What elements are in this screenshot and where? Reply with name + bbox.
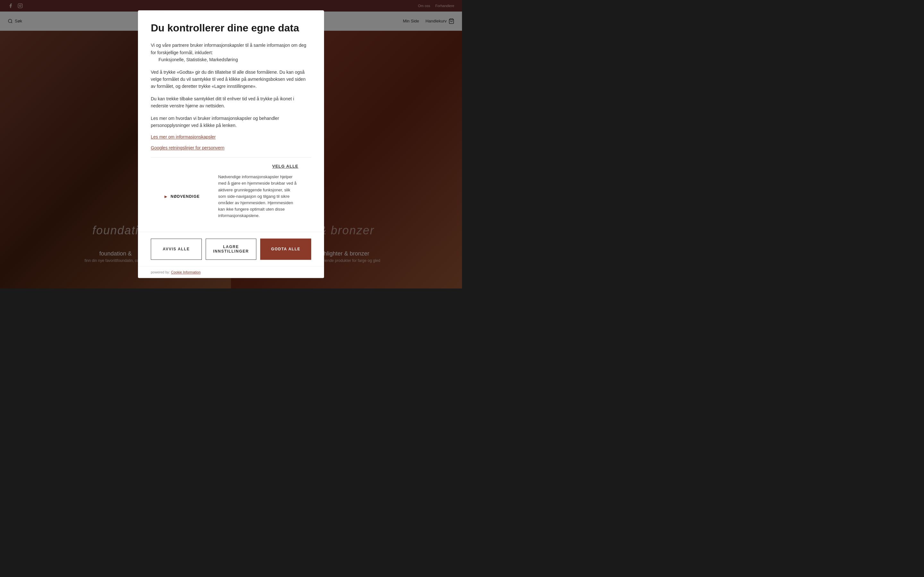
section-divider [151,157,311,158]
google-link[interactable]: Googles retningslinjer for personvern [151,145,225,151]
powered-by-label: powered by: [151,271,170,274]
chevron-icon: ► [164,194,168,199]
modal-intro-1: Vi og våre partnere bruker informasjonsk… [151,42,311,63]
godta-alle-button[interactable]: GODTA ALLE [260,239,311,260]
modal-title: Du kontrollerer dine egne data [151,22,311,34]
cookie-information-link[interactable]: Cookie Information [171,271,200,274]
avvis-alle-button[interactable]: AVVIS ALLE [151,239,202,260]
modal-intro-3: Du kan trekke tilbake samtykket ditt til… [151,95,311,110]
category-desc: Nødvendige informasjonskapsler hjelper m… [218,174,298,219]
velg-alle-button[interactable]: VELG ALLE [272,164,298,169]
les-mer-link[interactable]: Les mer om informasjonskapsler [151,135,216,140]
lagre-innstillinger-button[interactable]: LAGRE INNSTILLINGER [206,239,257,260]
modal-intro-2: Ved å trykke «Godta» gir du din tillatel… [151,69,311,90]
modal-intro-indent: Funksjonelle, Statistiske, Markedsføring [158,57,238,63]
modal-intro-4: Les mer om hvordan vi bruker informasjon… [151,115,311,129]
category-nodvendige: ► NØDVENDIGE Nødvendige informasjonskaps… [151,174,311,219]
modal-footer: AVVIS ALLE LAGRE INNSTILLINGER GODTA ALL… [138,232,324,266]
category-label: NØDVENDIGE [171,194,200,199]
powered-by-section: powered by: Cookie Information [138,266,324,278]
cookie-modal: Du kontrollerer dine egne data Vi og vår… [138,10,324,278]
category-header: ► NØDVENDIGE [164,174,212,219]
velg-alle-row: VELG ALLE [151,164,311,174]
modal-scrollable-content[interactable]: Du kontrollerer dine egne data Vi og vår… [138,10,324,232]
